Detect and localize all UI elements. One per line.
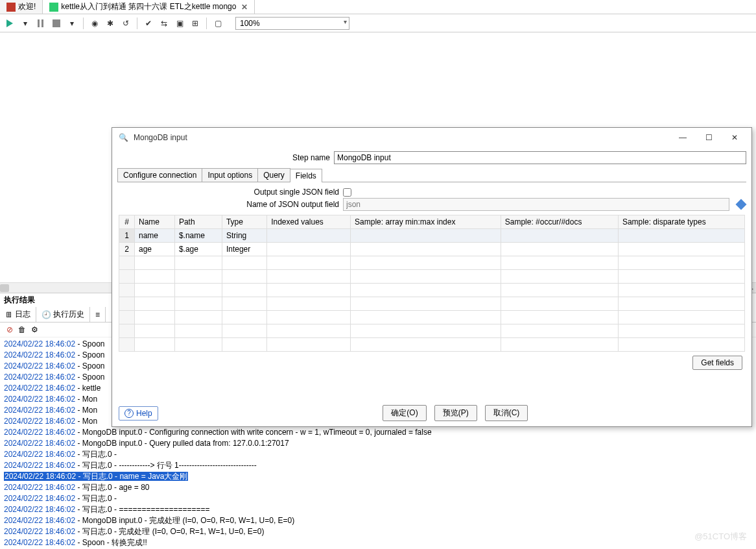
close-icon[interactable]: ✕	[241, 3, 248, 12]
svg-rect-1	[38, 19, 40, 27]
log-line: 2024/02/22 18:46:02 - MongoDB input.0 - …	[4, 515, 752, 526]
tab-input-options[interactable]: Input options	[202, 168, 258, 182]
log-line: 2024/02/22 18:46:02 - 写日志.0 - name = Jav…	[4, 471, 752, 482]
dialog-title: MongoDB input	[134, 133, 667, 142]
tab-welcome[interactable]: 欢迎!	[0, 0, 43, 14]
cancel-button[interactable]: 取消(C)	[485, 405, 528, 421]
svg-marker-0	[6, 19, 13, 27]
output-json-label: Output single JSON field	[119, 188, 339, 197]
pause-icon[interactable]	[35, 18, 47, 29]
column-header[interactable]: Type	[222, 215, 266, 229]
fields-pane: Output single JSON field Name of JSON ou…	[117, 182, 746, 371]
svg-rect-3	[53, 19, 60, 27]
dropdown-icon[interactable]: ▾	[19, 18, 31, 29]
log-line: 2024/02/22 18:46:02 - Spoon - 转换完成!!	[4, 537, 752, 548]
tab-log[interactable]: 🗏 日志	[0, 307, 36, 322]
tab-transformation[interactable]: kettle从入门到精通 第四十六课 ETL之kettle mongo ✕	[43, 0, 255, 14]
impact-icon[interactable]: ⇆	[158, 18, 170, 29]
table-row[interactable]: 1name$.nameString	[119, 229, 745, 243]
column-header[interactable]: Sample: #occur/#docs	[501, 215, 618, 229]
dialog-tabs: Configure connection Input options Query…	[117, 168, 746, 182]
editor-tabs: 欢迎! kettle从入门到精通 第四十六课 ETL之kettle mongo …	[0, 0, 756, 14]
column-header[interactable]: Sample: array min:max index	[351, 215, 501, 229]
table-row[interactable]	[119, 284, 745, 297]
log-line: 2024/02/22 18:46:02 - MongoDB input.0 - …	[4, 427, 752, 438]
table-row[interactable]	[119, 270, 745, 284]
table-row[interactable]	[119, 324, 745, 338]
tab-history[interactable]: 🕘 执行历史	[36, 307, 90, 322]
log-line: 2024/02/22 18:46:02 - 写日志.0 -	[4, 493, 752, 504]
log-line: 2024/02/22 18:46:02 - 写日志.0 - ----------…	[4, 460, 752, 471]
verify-icon[interactable]: ✔	[143, 18, 154, 29]
column-header[interactable]: Indexed values	[267, 215, 351, 229]
dialog-footer: ? Help 确定(O) 预览(P) 取消(C)	[112, 400, 751, 426]
clock-icon: 🕘	[41, 310, 51, 319]
table-row[interactable]	[119, 256, 745, 270]
tab-label: 日志	[15, 309, 30, 320]
tab-icon	[49, 3, 58, 12]
separator	[137, 18, 137, 29]
log-line: 2024/02/22 18:46:02 - MongoDB input.0 - …	[4, 438, 752, 449]
log-line: 2024/02/22 18:46:02 - 写日志.0 - age = 80	[4, 482, 752, 493]
zoom-select[interactable]	[235, 17, 349, 30]
column-header[interactable]: #	[119, 215, 135, 229]
table-row[interactable]	[119, 297, 745, 311]
trash-icon[interactable]: 🗑	[18, 325, 26, 334]
tab-configure-connection[interactable]: Configure connection	[117, 168, 202, 182]
separator	[206, 18, 207, 29]
tab-query[interactable]: Query	[257, 168, 290, 182]
stop-log-icon[interactable]: ⊘	[6, 325, 13, 334]
log-line: 2024/02/22 18:46:02 - 写日志.0 - ==========…	[4, 504, 752, 515]
output-json-checkbox[interactable]	[343, 188, 351, 197]
help-icon: ?	[124, 409, 134, 418]
dialog-icon: 🔍	[119, 133, 128, 142]
list-icon: ≡	[95, 310, 100, 319]
table-row[interactable]: 2age$.ageInteger	[119, 243, 745, 256]
mongodb-input-dialog: 🔍 MongoDB input — ☐ ✕ Step name Configur…	[112, 127, 752, 427]
preview-button[interactable]: 预览(P)	[434, 405, 477, 421]
close-icon[interactable]: ✕	[724, 130, 745, 145]
debug-icon[interactable]: ✱	[104, 18, 116, 29]
run-toolbar: ▾ ▾ ◉ ✱ ↺ ✔ ⇆ ▣ ⊞ ▢	[0, 14, 756, 32]
table-row[interactable]	[119, 311, 745, 324]
fields-grid[interactable]: #NamePathTypeIndexed valuesSample: array…	[119, 215, 745, 352]
tab-more[interactable]: ≡	[90, 307, 106, 322]
separator	[83, 18, 84, 29]
log-line: 2024/02/22 18:46:02 - 写日志.0 -	[4, 449, 752, 460]
column-header[interactable]: Name	[135, 215, 175, 229]
document-icon: 🗏	[5, 310, 13, 319]
get-fields-button[interactable]: Get fields	[692, 356, 742, 370]
play-icon[interactable]	[4, 18, 16, 29]
step-name-label: Step name	[117, 153, 330, 162]
svg-rect-2	[41, 19, 43, 27]
explore-icon[interactable]: ⊞	[189, 18, 201, 29]
tab-icon	[6, 3, 16, 12]
ok-button[interactable]: 确定(O)	[383, 405, 426, 421]
column-header[interactable]: Sample: disparate types	[618, 215, 744, 229]
step-name-input[interactable]	[334, 151, 746, 164]
scrollbar-thumb[interactable]	[0, 284, 9, 292]
tab-label: kettle从入门到精通 第四十六课 ETL之kettle mongo	[61, 1, 236, 12]
settings-icon[interactable]: ⚙	[31, 325, 38, 334]
help-label: Help	[136, 409, 152, 418]
json-name-input[interactable]	[343, 198, 729, 211]
show-results-icon[interactable]: ▢	[212, 18, 224, 29]
maximize-icon[interactable]: ☐	[698, 130, 719, 145]
tab-label: 欢迎!	[18, 1, 36, 12]
table-row[interactable]	[119, 338, 745, 352]
tab-label: 执行历史	[53, 309, 84, 320]
tab-fields[interactable]: Fields	[290, 169, 322, 182]
help-button[interactable]: ? Help	[119, 406, 158, 421]
minimize-icon[interactable]: —	[672, 130, 693, 145]
log-line: 2024/02/22 18:46:02 - 写日志.0 - 完成处理 (I=0,…	[4, 526, 752, 537]
column-header[interactable]: Path	[174, 215, 222, 229]
sql-icon[interactable]: ▣	[174, 18, 185, 29]
watermark: @51CTO博客	[694, 531, 747, 543]
json-name-label: Name of JSON output field	[119, 200, 339, 209]
stop-icon[interactable]	[51, 18, 62, 29]
preview-icon[interactable]: ◉	[89, 18, 100, 29]
dialog-titlebar[interactable]: 🔍 MongoDB input — ☐ ✕	[112, 128, 751, 147]
replay-icon[interactable]: ↺	[120, 18, 132, 29]
variable-icon[interactable]	[736, 199, 747, 210]
dropdown-icon[interactable]: ▾	[66, 18, 78, 29]
